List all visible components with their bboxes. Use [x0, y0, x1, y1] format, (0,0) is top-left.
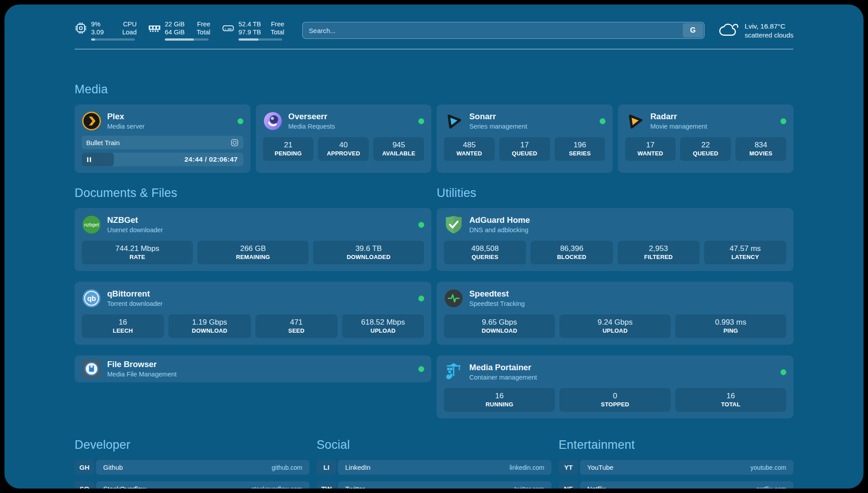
stat-label: APPROVED — [320, 150, 367, 157]
section-documents: Documents & Files nzbget — [75, 186, 431, 418]
stat-filtered: 2,953 FILTERED — [618, 241, 700, 264]
stat-value: 945 — [375, 140, 422, 150]
stat-upload: 618.52 Mbps UPLOAD — [342, 314, 424, 338]
stat-value: 16 — [83, 318, 162, 327]
service-card-qbittorrent[interactable]: qb qBittorrent Torrent downloader — [75, 282, 431, 345]
stat-value: 9.65 Gbps — [446, 318, 553, 327]
section-utilities: Utilities — [437, 186, 793, 418]
disk-total-label: Total — [271, 28, 284, 36]
stat-value: 196 — [556, 140, 604, 150]
service-card-sonarr[interactable]: Sonarr Series management 485 WANTED 17 Q… — [437, 104, 613, 173]
stat-ping: 0.993 ms PING — [675, 314, 786, 338]
bookmark-group-social: Social LI LinkedIn linkedin.com TW Twitt… — [317, 438, 551, 489]
section-title-social: Social — [317, 438, 551, 452]
stat-movies: 834 MOVIES — [735, 137, 786, 161]
search-input[interactable] — [302, 22, 705, 39]
service-card-plex[interactable]: Plex Media server Bullet Train — [75, 104, 250, 173]
bookmark-abbr: GH — [75, 460, 94, 475]
bookmark-group-developer: Developer GH Github github.com SO StackO… — [75, 438, 309, 489]
stat-downloaded: 39.6 TB DOWNLOADED — [313, 241, 424, 264]
overseerr-icon — [263, 111, 283, 131]
portainer-icon — [444, 362, 463, 382]
service-card-radarr[interactable]: Radarr Movie management 17 WANTED 22 QUE… — [618, 104, 794, 173]
stat-label: DOWNLOADED — [315, 254, 422, 261]
stat-download: 9.65 Gbps DOWNLOAD — [444, 314, 555, 338]
section-title-entertainment: Entertainment — [559, 438, 793, 452]
now-playing-title: Bullet Train — [86, 139, 120, 146]
service-card-adguard[interactable]: AdGuard Home DNS and adblocking 498,508 … — [437, 208, 793, 271]
stat-label: LATENCY — [706, 254, 785, 261]
stat-label: UPLOAD — [561, 327, 669, 334]
bookmark-linkedin[interactable]: LI LinkedIn linkedin.com — [317, 460, 551, 475]
disk-free-label: Free — [271, 20, 284, 28]
stat-label: DOWNLOAD — [170, 327, 249, 334]
stat-seed: 471 SEED — [255, 314, 338, 338]
cloud-icon — [719, 22, 739, 39]
status-dot — [780, 369, 786, 375]
cpu-usage-label: CPU — [123, 20, 137, 28]
stat-value: 471 — [257, 318, 336, 327]
section-title-developer: Developer — [75, 438, 309, 452]
stat-stopped: 0 STOPPED — [559, 388, 671, 412]
stat-queries: 498,508 QUERIES — [444, 241, 526, 264]
stat-label: PING — [677, 327, 785, 334]
stat-value: 744.21 Mbps — [83, 244, 191, 253]
stat-wanted: 485 WANTED — [444, 137, 495, 161]
stat-blocked: 86,396 BLOCKED — [530, 241, 613, 264]
stat-value: 40 — [320, 140, 367, 150]
bookmark-youtube[interactable]: YT YouTube youtube.com — [559, 460, 793, 475]
camera-icon[interactable] — [230, 138, 239, 147]
stat-remaining: 266 GB REMAINING — [197, 241, 309, 264]
memory-free-value: 22 GiB — [165, 20, 184, 28]
stat-value: 498,508 — [446, 244, 524, 253]
service-card-portainer[interactable]: Media Portainer Container management 16 … — [437, 355, 793, 418]
stat-label: RATE — [83, 254, 191, 261]
service-name: Sonarr — [469, 112, 527, 121]
bookmark-netflix[interactable]: NF Netflix netflix.com — [559, 481, 793, 489]
section-media: Media Plex Media server — [75, 83, 793, 173]
memory-total-label: Total — [196, 28, 210, 36]
bookmark-url: twitter.com — [514, 485, 544, 489]
bookmark-url: stackoverflow.com — [251, 485, 302, 489]
google-search-button[interactable]: G — [683, 23, 703, 38]
bookmark-name: YouTube — [587, 464, 613, 471]
stat-value: 39.6 TB — [315, 244, 422, 253]
bookmark-abbr: SO — [75, 481, 94, 489]
header-divider — [75, 49, 793, 50]
stat-wanted: 17 WANTED — [625, 137, 676, 161]
status-dot — [780, 118, 786, 124]
service-card-filebrowser[interactable]: File Browser Media File Management — [75, 355, 431, 382]
bookmark-github[interactable]: GH Github github.com — [75, 460, 309, 475]
section-title-documents: Documents & Files — [75, 186, 431, 200]
pause-button[interactable] — [87, 157, 91, 162]
memory-total-value: 64 GiB — [165, 28, 184, 36]
cpu-load-label: Load — [122, 28, 137, 36]
memory-ram-icon — [148, 22, 161, 34]
service-card-overseerr[interactable]: Overseerr Media Requests 21 PENDING 40 A… — [256, 104, 432, 173]
stat-label: PENDING — [265, 150, 312, 157]
stat-value: 16 — [446, 391, 553, 401]
adguard-icon — [444, 215, 463, 234]
stat-label: QUERIES — [446, 254, 524, 261]
svg-text:qb: qb — [87, 295, 96, 302]
service-name: Radarr — [651, 112, 707, 121]
stat-upload: 9.24 Gbps UPLOAD — [559, 314, 671, 338]
bookmark-twitter[interactable]: TW Twitter twitter.com — [317, 481, 551, 489]
stat-value: 2,953 — [619, 244, 698, 253]
service-card-speedtest[interactable]: Speedtest Speedtest Tracking 9.65 Gbps D… — [437, 282, 793, 345]
bookmark-url: youtube.com — [751, 464, 786, 471]
radarr-icon — [624, 110, 646, 132]
stat-label: AVAILABLE — [375, 150, 422, 157]
service-card-nzbget[interactable]: nzbget NZBGet Usenet downloader 74 — [75, 208, 431, 271]
weather-widget: Lviv, 16.87°C scattered clouds — [719, 22, 793, 39]
service-subtitle: Media Requests — [288, 122, 335, 130]
weather-location-temp: Lviv, 16.87°C — [745, 22, 793, 31]
memory-free-label: Free — [197, 20, 210, 28]
cpu-chip-icon — [75, 22, 87, 34]
stat-value: 618.52 Mbps — [344, 318, 422, 327]
stat-pending: 21 PENDING — [263, 137, 314, 161]
bookmark-stackoverflow[interactable]: SO StackOverflow stackoverflow.com — [75, 481, 309, 489]
bookmark-url: github.com — [272, 464, 302, 471]
cpu-widget: 9% 3.09 CPU Load — [75, 20, 137, 41]
service-subtitle: Media server — [107, 122, 145, 130]
